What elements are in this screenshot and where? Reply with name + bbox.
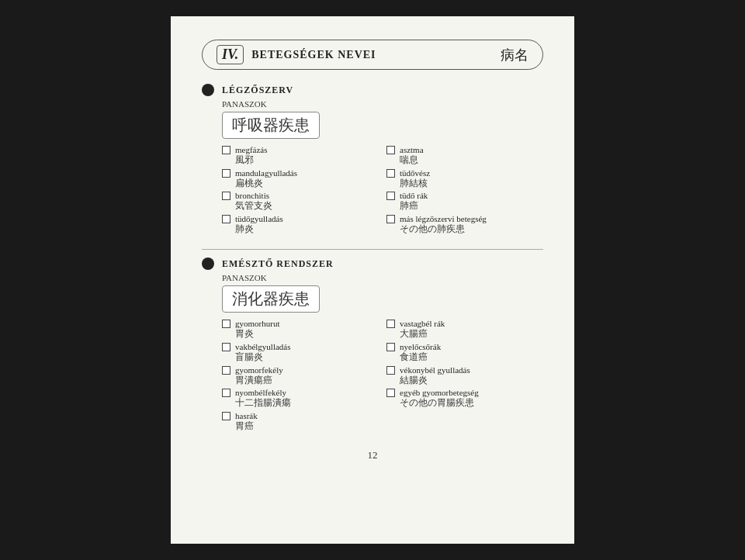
- item-label: asztma: [400, 145, 424, 154]
- list-item: tüdővész 肺結核: [386, 168, 543, 190]
- item-cjk: 肺結核: [400, 178, 543, 190]
- page-header: IV. BETEGSÉGEK NEVEI 病名: [202, 40, 543, 70]
- item-cjk: 胃潰瘍癌: [235, 375, 379, 387]
- checkbox[interactable]: [222, 389, 230, 397]
- list-item: nyelőcsőrák 食道癌: [386, 342, 543, 364]
- list-item: gyomorfekély 胃潰瘍癌: [222, 365, 379, 387]
- item-cjk: 結腸炎: [400, 375, 543, 387]
- bullet-emeszto: [202, 258, 214, 270]
- checkbox[interactable]: [222, 343, 230, 351]
- list-item: mandulagyulladás 扁桃炎: [222, 168, 379, 190]
- checkbox[interactable]: [222, 412, 230, 420]
- panaszok-legzoszerv: PANASZOK: [222, 99, 543, 109]
- item-cjk: 胃炎: [235, 328, 379, 340]
- section-title-legzoszerv: LÉGZŐSZERV: [222, 85, 293, 96]
- banner-emeszto: 消化器疾患: [222, 285, 320, 313]
- checkbox[interactable]: [386, 320, 395, 328]
- checkbox[interactable]: [386, 146, 395, 154]
- item-cjk: 喘息: [400, 154, 543, 167]
- item-label: egyéb gyomorbetegség: [400, 388, 479, 397]
- item-cjk: 大腸癌: [400, 328, 543, 340]
- checkbox[interactable]: [222, 320, 230, 328]
- list-item: vékonybél gyulladás 結腸炎: [386, 365, 543, 387]
- right-col-emeszto: vastagbél rák 大腸癌 nyelőcsőrák 食道癌 vékony…: [386, 319, 543, 434]
- section-divider: [202, 249, 543, 250]
- item-label: hasrák: [235, 411, 258, 420]
- item-cjk: 肺癌: [400, 200, 543, 213]
- list-item: asztma 喘息: [386, 145, 543, 167]
- left-col-legzoszerv: megfázás 風邪 mandulagyulladás 扁桃炎 bronchi…: [222, 145, 379, 237]
- list-item: vakbélgyulladás 盲腸炎: [222, 342, 379, 364]
- item-cjk: その他の肺疾患: [400, 223, 543, 236]
- left-col-emeszto: gyomorhurut 胃炎 vakbélgyulladás 盲腸炎 gyomo…: [222, 319, 379, 434]
- checkbox[interactable]: [386, 366, 395, 375]
- checkbox[interactable]: [222, 192, 230, 200]
- section-emeszto: EMÉSZTŐ RENDSZER PANASZOK 消化器疾患 gyomorhu…: [202, 258, 543, 434]
- list-item: megfázás 風邪: [222, 145, 379, 167]
- item-cjk: 気管支炎: [235, 200, 379, 213]
- checkbox[interactable]: [222, 215, 230, 223]
- section-header-legzoszerv: LÉGZŐSZERV: [202, 84, 543, 96]
- item-cjk: 十二指腸潰瘍: [235, 397, 379, 410]
- header-title: BETEGSÉGEK NEVEI: [251, 49, 376, 61]
- item-cjk: 風邪: [235, 154, 379, 167]
- item-label: megfázás: [235, 145, 268, 154]
- checkbox[interactable]: [222, 169, 230, 178]
- list-item: egyéb gyomorbetegség その他の胃腸疾患: [386, 388, 543, 410]
- list-item: gyomorhurut 胃炎: [222, 319, 379, 340]
- right-col-legzoszerv: asztma 喘息 tüdővész 肺結核 tüdő rák 肺癌 más l…: [386, 145, 543, 237]
- banner-legzoszerv: 呼吸器疾患: [222, 112, 320, 139]
- items-grid-emeszto: gyomorhurut 胃炎 vakbélgyulladás 盲腸炎 gyomo…: [222, 319, 543, 434]
- item-label: tüdő rák: [400, 191, 428, 200]
- item-cjk: 肺炎: [235, 223, 379, 236]
- list-item: más légzőszervi betegség その他の肺疾患: [386, 214, 543, 236]
- list-item: nyombélfekély 十二指腸潰瘍: [222, 388, 379, 410]
- checkbox[interactable]: [222, 146, 230, 154]
- page-number: 12: [202, 449, 543, 461]
- item-cjk: 胃癌: [235, 420, 379, 433]
- item-cjk: 食道癌: [400, 351, 543, 364]
- item-label: más légzőszervi betegség: [400, 214, 487, 223]
- checkbox[interactable]: [222, 366, 230, 375]
- header-left: IV. BETEGSÉGEK NEVEI: [217, 45, 376, 64]
- item-label: vékonybél gyulladás: [400, 365, 470, 375]
- item-label: nyelőcsőrák: [400, 342, 441, 351]
- section-title-emeszto: EMÉSZTŐ RENDSZER: [222, 258, 334, 270]
- item-cjk: その他の胃腸疾患: [400, 397, 543, 410]
- panaszok-emeszto: PANASZOK: [222, 273, 543, 282]
- item-label: gyomorhurut: [235, 319, 279, 328]
- list-item: bronchitis 気管支炎: [222, 191, 379, 213]
- bullet-legzoszerv: [202, 84, 214, 96]
- page: IV. BETEGSÉGEK NEVEI 病名 LÉGZŐSZERV PANAS…: [171, 16, 574, 544]
- item-label: vastagbél rák: [400, 319, 445, 328]
- item-label: nyombélfekély: [235, 388, 286, 397]
- item-label: vakbélgyulladás: [235, 342, 290, 351]
- items-grid-legzoszerv: megfázás 風邪 mandulagyulladás 扁桃炎 bronchi…: [222, 145, 543, 237]
- item-cjk: 盲腸炎: [235, 351, 379, 364]
- section-legzoszerv: LÉGZŐSZERV PANASZOK 呼吸器疾患 megfázás 風邪 ma…: [202, 84, 543, 237]
- item-label: mandulagyulladás: [235, 168, 297, 178]
- list-item: tüdő rák 肺癌: [386, 191, 543, 213]
- section-header-emeszto: EMÉSZTŐ RENDSZER: [202, 258, 543, 270]
- item-label: tüdővész: [400, 168, 430, 178]
- header-cjk: 病名: [501, 46, 528, 64]
- list-item: tüdőgyulladás 肺炎: [222, 214, 379, 236]
- item-label: gyomorfekély: [235, 365, 283, 375]
- checkbox[interactable]: [386, 169, 395, 178]
- checkbox[interactable]: [386, 215, 395, 223]
- list-item: hasrák 胃癌: [222, 411, 379, 433]
- checkbox[interactable]: [386, 389, 395, 397]
- checkbox[interactable]: [386, 192, 395, 200]
- list-item: vastagbél rák 大腸癌: [386, 319, 543, 340]
- item-label: bronchitis: [235, 191, 269, 200]
- roman-numeral: IV.: [217, 45, 244, 64]
- item-label: tüdőgyulladás: [235, 214, 283, 223]
- item-cjk: 扁桃炎: [235, 178, 379, 190]
- checkbox[interactable]: [386, 343, 395, 351]
